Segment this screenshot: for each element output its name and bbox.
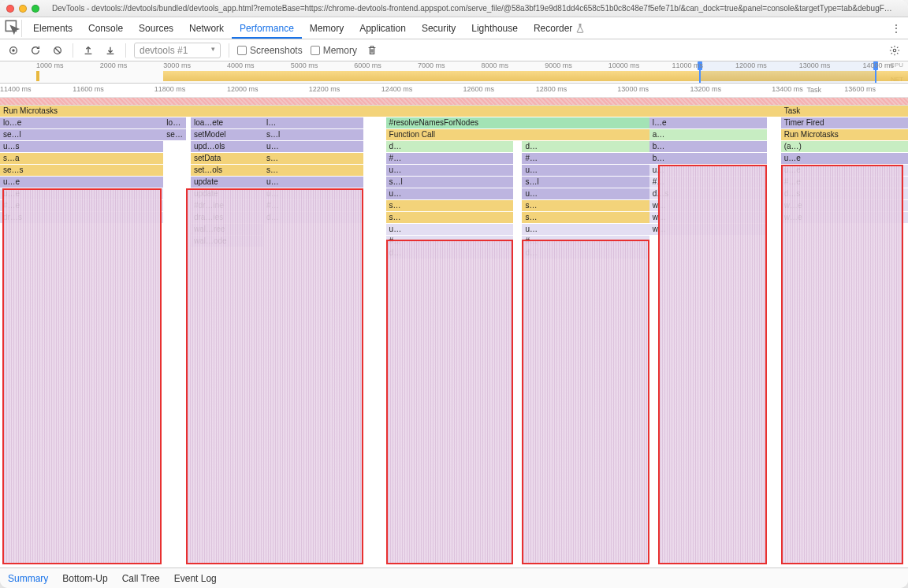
memory-checkbox[interactable]: Memory — [311, 45, 357, 56]
tab-elements[interactable]: Elements — [25, 18, 80, 39]
highlight-region-5 — [658, 165, 767, 564]
long-task-strip — [0, 98, 908, 106]
delete-profile-button[interactable] — [365, 43, 379, 58]
frame-task[interactable]: Task — [781, 106, 908, 117]
tab-performance[interactable]: Performance — [232, 18, 302, 39]
tab-lighthouse[interactable]: Lighthouse — [463, 18, 526, 39]
details-tabs: Summary Bottom-Up Call Tree Event Log — [0, 568, 908, 588]
minimize-window-button[interactable] — [19, 5, 27, 13]
clear-button[interactable] — [50, 43, 65, 58]
frame-run-microtasks-2[interactable]: Run Microtasks — [781, 129, 908, 140]
profile-selector[interactable]: devtools #1 — [134, 43, 221, 58]
overview-selection[interactable] — [699, 61, 876, 83]
frame-function-call[interactable]: Function Call — [386, 129, 649, 140]
settings-button[interactable] — [888, 43, 902, 58]
timeline-overview[interactable]: CPU NET 1000 ms 2000 ms 3000 ms 4000 ms … — [0, 61, 908, 84]
tab-sources[interactable]: Sources — [131, 18, 181, 39]
task-label: Task — [806, 86, 821, 94]
maximize-window-button[interactable] — [32, 5, 39, 13]
tab-recorder-label: Recorder — [534, 23, 572, 34]
screenshots-checkbox[interactable]: Screenshots — [237, 45, 303, 56]
highlight-region-1 — [2, 188, 162, 564]
svg-point-2 — [12, 49, 15, 52]
download-profile-button[interactable] — [103, 43, 117, 58]
detail-tab-summary[interactable]: Summary — [8, 573, 48, 584]
frame-run-microtasks[interactable]: Run Microtasks — [0, 106, 781, 117]
tab-network[interactable]: Network — [181, 18, 232, 39]
main-tabs: Elements Console Sources Network Perform… — [0, 17, 908, 39]
more-menu-icon[interactable]: ⋮ — [889, 22, 903, 35]
close-window-button[interactable] — [6, 5, 14, 13]
tab-console[interactable]: Console — [80, 18, 131, 39]
highlight-region-6 — [781, 165, 904, 564]
detail-tab-bottom-up[interactable]: Bottom-Up — [62, 573, 107, 584]
flame-chart[interactable]: Run Microtasks Task Timer Fired Run Micr… — [0, 106, 908, 568]
svg-point-4 — [893, 49, 896, 52]
tab-security[interactable]: Security — [414, 18, 463, 39]
highlight-region-3 — [386, 240, 513, 564]
reload-record-button[interactable] — [28, 43, 43, 58]
upload-profile-button[interactable] — [81, 43, 95, 58]
window-title: DevTools - devtools://devtools/bundled/d… — [44, 4, 902, 13]
flask-icon — [575, 24, 585, 33]
mac-titlebar: DevTools - devtools://devtools/bundled/d… — [0, 0, 908, 17]
performance-toolbar: devtools #1 Screenshots Memory — [0, 39, 908, 61]
inspect-icon[interactable] — [5, 20, 22, 37]
tab-recorder[interactable]: Recorder — [526, 18, 593, 39]
highlight-region-2 — [186, 188, 363, 564]
devtools-window: DevTools - devtools://devtools/bundled/d… — [0, 0, 908, 588]
detail-tab-event-log[interactable]: Event Log — [174, 573, 217, 584]
record-button[interactable] — [6, 43, 20, 58]
tab-memory[interactable]: Memory — [302, 18, 352, 39]
detail-tab-call-tree[interactable]: Call Tree — [122, 573, 160, 584]
tab-application[interactable]: Application — [352, 18, 414, 39]
flame-ruler[interactable]: 11400 ms 11600 ms 11800 ms 12000 ms 1220… — [0, 84, 908, 98]
frame-resolve-names[interactable]: #resolveNamesForNodes — [386, 117, 649, 128]
highlight-region-4 — [522, 240, 649, 564]
frame-timer-fired[interactable]: Timer Fired — [781, 117, 908, 128]
